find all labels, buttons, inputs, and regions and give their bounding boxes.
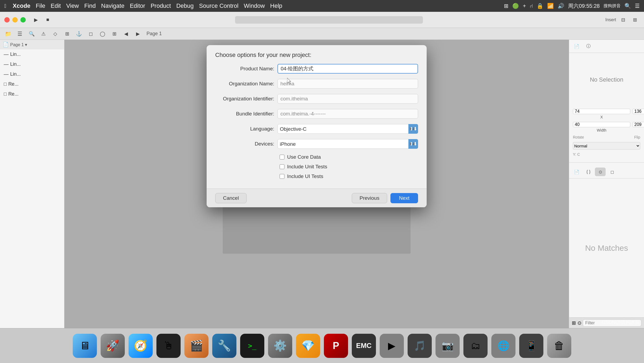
search-btn[interactable]: 🔍 — [27, 29, 36, 39]
cancel-button[interactable]: Cancel — [215, 193, 247, 203]
sidebar-item-line1[interactable]: — Lin... — [0, 49, 64, 59]
bottom-tab-1[interactable]: 📄 — [571, 168, 582, 176]
dock: 🖥 🚀 🧭 🖱 🎬 🔧 >_ ⚙️ 💎 P EMC ▶ 🎵 📷 🗂 🌐 — [0, 328, 644, 363]
bottom-tab-3[interactable]: ⊙ — [595, 168, 606, 176]
nav-prev-btn[interactable]: ◀ — [121, 29, 131, 39]
input-method[interactable]: 搜狗拼音 — [603, 3, 621, 9]
menu-product[interactable]: Product — [151, 2, 171, 9]
sidebar-item-line3[interactable]: — Lin... — [0, 69, 64, 79]
dock-icon-emmc[interactable]: EMC — [352, 334, 376, 358]
line-icon-2: — — [4, 61, 9, 67]
dock-icon-mouse[interactable]: 🖱 — [156, 334, 181, 358]
menu-view[interactable]: View — [66, 2, 79, 9]
menu-debug[interactable]: Debug — [176, 2, 194, 9]
maximize-button[interactable] — [20, 17, 26, 23]
close-button[interactable] — [4, 17, 10, 23]
sidebar-item-line2[interactable]: — Lin... — [0, 59, 64, 69]
use-core-data-label: Use Core Data — [287, 154, 321, 160]
menu-edit[interactable]: Edit — [51, 2, 61, 9]
table-btn[interactable]: ⊞ — [109, 29, 119, 39]
sidebar-item-rect1[interactable]: □ Re... — [0, 79, 64, 89]
dock-icon-pp[interactable]: P — [324, 334, 348, 358]
org-identifier-input[interactable] — [277, 94, 418, 104]
dock-icon-app5[interactable]: 🌐 — [491, 334, 515, 358]
inspector-tab-file[interactable]: 📄 — [571, 42, 582, 50]
x-field: X — [573, 109, 630, 119]
grid-view-icon[interactable]: ⊞ — [572, 320, 576, 326]
dock-icon-app1[interactable]: ▶ — [380, 334, 404, 358]
apple-menu[interactable]:  — [4, 3, 6, 9]
product-name-input[interactable] — [277, 64, 418, 74]
menu-navigate[interactable]: Navigate — [101, 2, 125, 9]
menu-help[interactable]: Help — [270, 2, 282, 9]
menu-window[interactable]: Window — [244, 2, 265, 9]
rect-label-2: Re... — [8, 91, 19, 97]
dock-icon-system-prefs[interactable]: ⚙️ — [268, 334, 292, 358]
bottom-tab-4[interactable]: ◻ — [607, 168, 617, 176]
normal-dropdown[interactable]: Normal — [573, 142, 640, 150]
split-view-button[interactable]: ⊟ — [618, 15, 628, 25]
editor-area[interactable]: Choose options for your new project: Pro… — [64, 40, 569, 328]
stop-button[interactable]: ■ — [43, 15, 53, 25]
bottom-tab-2[interactable]: { } — [583, 168, 594, 176]
run-button[interactable]: ▶ — [31, 15, 41, 25]
filter-icon[interactable]: ⊙ — [577, 320, 581, 326]
bundle-identifier-label: Bundle Identifier: — [215, 111, 274, 117]
page-label: Page 1 — [147, 31, 162, 37]
devices-select[interactable]: iPhone iPad Universal — [277, 139, 418, 149]
sidebar-item-rect2[interactable]: □ Re... — [0, 89, 64, 99]
folder-icon-btn[interactable]: 📁 — [3, 29, 13, 39]
use-core-data-row: Use Core Data — [215, 154, 418, 160]
minimize-button[interactable] — [12, 17, 18, 23]
bluetooth-icon: ⑁ — [530, 3, 533, 9]
page-icon: 📄 — [3, 42, 9, 48]
line-label-2: Lin... — [10, 61, 21, 67]
nav-next-btn[interactable]: ▶ — [133, 29, 143, 39]
progress-bar — [235, 16, 423, 24]
dock-icon-app3[interactable]: 📷 — [436, 334, 460, 358]
next-button[interactable]: Next — [390, 193, 418, 203]
previous-button[interactable]: Previous — [352, 193, 387, 203]
list-icon[interactable]: ☰ — [635, 3, 640, 9]
normal-dropdown-wrapper: Normal — [573, 142, 640, 150]
anchor-btn[interactable]: ⚓ — [74, 29, 84, 39]
comment-btn[interactable]: ◻ — [86, 29, 96, 39]
diamond-btn[interactable]: ◇ — [50, 29, 60, 39]
y-input[interactable] — [632, 109, 644, 114]
dock-icon-launchpad[interactable]: 🚀 — [101, 334, 125, 358]
list-view-btn[interactable]: ☰ — [15, 29, 25, 39]
width-input[interactable] — [573, 122, 630, 127]
dock-icon-app6[interactable]: 📱 — [519, 334, 543, 358]
use-core-data-checkbox[interactable] — [280, 155, 284, 159]
warning-btn[interactable]: ⚠ — [39, 29, 48, 39]
inspector-tab-info[interactable]: ⓘ — [583, 42, 594, 50]
search-icon[interactable]: 🔍 — [624, 3, 631, 9]
include-unit-tests-checkbox[interactable] — [280, 164, 284, 169]
shape-btn[interactable]: ◯ — [98, 29, 107, 39]
height-input[interactable] — [632, 122, 644, 127]
rotate-row: Rotate Flip — [573, 135, 640, 139]
menu-editor[interactable]: Editor — [130, 2, 145, 9]
include-ui-tests-checkbox[interactable] — [280, 174, 284, 179]
menu-find[interactable]: Find — [84, 2, 96, 9]
dock-icon-app2[interactable]: 🎵 — [408, 334, 432, 358]
no-selection-area: No Selection — [569, 53, 644, 107]
dock-icon-film[interactable]: 🎬 — [184, 334, 208, 358]
inspector-button[interactable]: ⊞ — [630, 15, 640, 25]
dock-icon-trash[interactable]: 🗑 — [547, 334, 571, 358]
y-label: Y — [632, 115, 644, 119]
dock-icon-xcode-dev[interactable]: 🔧 — [212, 334, 236, 358]
language-select[interactable]: Objective-C Swift — [277, 124, 418, 134]
dock-icon-app4[interactable]: 🗂 — [463, 334, 488, 358]
grid-btn[interactable]: ⊞ — [62, 29, 72, 39]
menu-xcode[interactable]: Xcode — [13, 2, 30, 9]
menu-source-control[interactable]: Source Control — [199, 2, 239, 9]
dock-icon-safari[interactable]: 🧭 — [129, 334, 153, 358]
x-input[interactable] — [573, 109, 630, 114]
main-toolbar: ▶ ■ Insert ⊟ ⊞ — [0, 12, 644, 28]
org-name-input[interactable] — [277, 79, 418, 89]
dock-icon-terminal[interactable]: >_ — [240, 334, 264, 358]
dock-icon-finder[interactable]: 🖥 — [73, 334, 97, 358]
menu-file[interactable]: File — [36, 2, 45, 9]
dock-icon-sketch[interactable]: 💎 — [296, 334, 320, 358]
